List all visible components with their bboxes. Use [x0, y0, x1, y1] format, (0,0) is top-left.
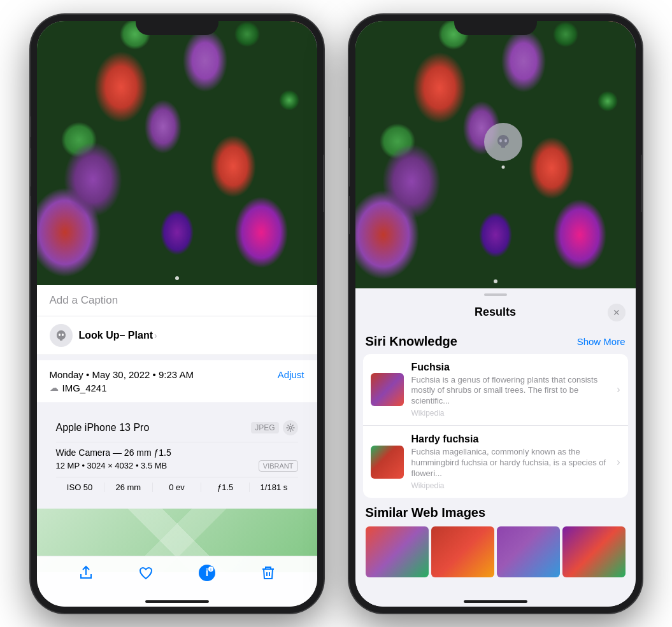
- results-title: Results: [475, 306, 516, 319]
- device-section: Apple iPhone 13 Pro JPEG: [43, 407, 311, 504]
- fuchsia-name: Fuchsia: [411, 362, 610, 373]
- date-row: Monday • May 30, 2022 • 9:23 AM Adjust: [50, 369, 304, 380]
- camera-details: Wide Camera — 26 mm ƒ1.5 12 MP • 3024 × …: [56, 442, 298, 477]
- exif-shutter: 1/181 s: [250, 483, 297, 492]
- camera-description: Wide Camera — 26 mm ƒ1.5: [56, 447, 298, 458]
- notch-right: [454, 15, 537, 35]
- home-indicator-right: [464, 600, 527, 603]
- hardy-fuchsia-text: Hardy fuchsia Fuchsia magellanica, commo…: [411, 433, 610, 490]
- similar-image-4[interactable]: [562, 526, 626, 577]
- exif-row: ISO 50 26 mm 0 ev ƒ1.5 1/181 s: [56, 477, 298, 497]
- svg-point-2: [289, 426, 292, 429]
- format-badge: JPEG: [251, 422, 278, 433]
- similar-image-3[interactable]: [497, 526, 560, 577]
- mute-button-right[interactable]: [349, 116, 350, 137]
- svg-point-1: [62, 334, 64, 336]
- date-text: Monday • May 30, 2022 • 9:23 AM: [50, 369, 194, 380]
- notch: [136, 15, 218, 35]
- svg-point-8: [499, 139, 502, 142]
- knowledge-item-fuchsia[interactable]: Fuchsia Fuchsia is a genus of flowering …: [363, 354, 628, 426]
- flower-photo-right: [355, 21, 636, 288]
- filename-text: IMG_4241: [62, 383, 107, 393]
- filename-row: ☁ IMG_4241: [50, 383, 304, 393]
- lookup-row[interactable]: Look Up– Plant›: [37, 316, 317, 355]
- similar-web-images-title: Similar Web Images: [366, 505, 626, 520]
- lookup-label: Look Up– Plant›: [79, 330, 157, 341]
- volume-down-button-right[interactable]: [349, 196, 350, 234]
- power-button-right[interactable]: [641, 155, 642, 212]
- hardy-fuchsia-source: Wikipedia: [411, 481, 610, 490]
- similar-image-2[interactable]: [431, 526, 494, 577]
- siri-visual-bubble[interactable]: [484, 123, 522, 161]
- bottom-toolbar: i !: [37, 556, 317, 607]
- adjust-button[interactable]: Adjust: [278, 369, 304, 380]
- camera-specs: 12 MP • 3024 × 4032 • 3.5 MB: [56, 461, 168, 470]
- page-indicator-dot-right: [494, 279, 497, 283]
- mute-button[interactable]: [31, 116, 31, 137]
- left-phone: Add a Caption Look Up– Plant›: [31, 15, 324, 613]
- fuchsia-description: Fuchsia is a genus of flowering plants t…: [411, 375, 610, 407]
- knowledge-card: Fuchsia Fuchsia is a genus of flowering …: [363, 354, 628, 498]
- svg-point-0: [59, 334, 61, 336]
- style-badge: VIBRANT: [259, 460, 298, 472]
- caption-area[interactable]: Add a Caption: [37, 285, 317, 316]
- delete-button[interactable]: [261, 565, 276, 584]
- knowledge-item-hardy-fuchsia[interactable]: Hardy fuchsia Fuchsia magellanica, commo…: [363, 426, 628, 498]
- flower-photo: [37, 21, 317, 285]
- hardy-fuchsia-thumbnail: [371, 446, 404, 479]
- format-badges: JPEG: [251, 420, 297, 435]
- favorite-button[interactable]: [138, 565, 154, 584]
- right-phone: Results ✕ Siri Knowledge Show More: [349, 15, 642, 613]
- svg-text:!: !: [210, 568, 211, 572]
- similar-images-row: [366, 526, 626, 577]
- device-row: Apple iPhone 13 Pro JPEG: [56, 414, 298, 442]
- volume-up-button[interactable]: [31, 148, 31, 187]
- camera-specs-row: 12 MP • 3024 × 4032 • 3.5 MB VIBRANT: [56, 460, 298, 472]
- flower-overlay: [37, 21, 317, 285]
- volume-up-button-right[interactable]: [349, 148, 350, 187]
- results-sheet: Results ✕ Siri Knowledge Show More: [355, 288, 636, 607]
- siri-dot: [501, 166, 504, 169]
- hardy-fuchsia-description: Fuchsia magellanica, commonly known as t…: [411, 447, 610, 479]
- share-button[interactable]: [78, 565, 94, 584]
- left-screen: Add a Caption Look Up– Plant›: [37, 21, 317, 607]
- chevron-right-icon-2: ›: [617, 456, 620, 468]
- home-indicator: [145, 600, 209, 603]
- hardy-fuchsia-name: Hardy fuchsia: [411, 433, 610, 445]
- caption-placeholder[interactable]: Add a Caption: [50, 294, 118, 306]
- show-more-button[interactable]: Show More: [577, 336, 626, 347]
- close-button[interactable]: ✕: [608, 304, 626, 321]
- cloud-icon: ☁: [50, 383, 59, 393]
- exif-aperture: ƒ1.5: [201, 483, 250, 492]
- settings-icon[interactable]: [283, 420, 298, 435]
- info-button[interactable]: i !: [198, 564, 216, 586]
- chevron-right-icon: ›: [617, 384, 620, 395]
- fuchsia-thumbnail: [371, 373, 404, 406]
- right-screen: Results ✕ Siri Knowledge Show More: [355, 21, 636, 607]
- exif-ev: 0 ev: [153, 483, 201, 492]
- photo-info-section: Monday • May 30, 2022 • 9:23 AM Adjust ☁…: [37, 360, 317, 402]
- fuchsia-text: Fuchsia Fuchsia is a genus of flowering …: [411, 362, 610, 418]
- device-name: Apple iPhone 13 Pro: [56, 422, 150, 433]
- siri-knowledge-header: Siri Knowledge Show More: [355, 329, 636, 354]
- power-button[interactable]: [323, 155, 324, 212]
- svg-point-9: [504, 139, 507, 142]
- exif-focal-length: 26 mm: [104, 483, 153, 492]
- results-scroll[interactable]: Siri Knowledge Show More Fuchsia Fuchsia…: [355, 329, 636, 607]
- results-header: Results ✕: [355, 301, 636, 329]
- siri-icon: [50, 324, 73, 347]
- similar-section: Similar Web Images: [355, 498, 636, 582]
- fuchsia-source: Wikipedia: [411, 409, 610, 418]
- exif-iso: ISO 50: [56, 483, 104, 492]
- page-indicator-dot: [175, 276, 179, 280]
- siri-knowledge-title: Siri Knowledge: [366, 334, 457, 349]
- similar-image-1[interactable]: [366, 526, 429, 577]
- volume-down-button[interactable]: [31, 196, 31, 234]
- sheet-handle: [484, 293, 507, 296]
